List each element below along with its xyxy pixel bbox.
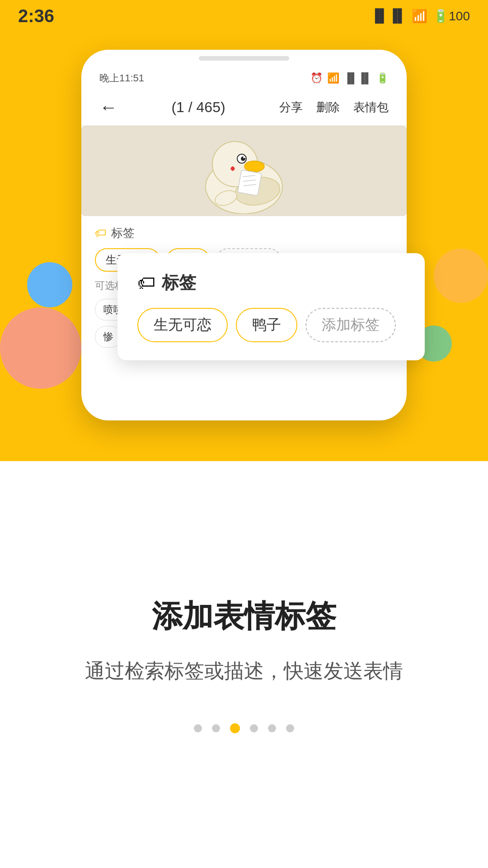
inner-wifi-icon: 📶	[327, 72, 339, 84]
delete-button[interactable]: 删除	[316, 99, 340, 115]
page-dot-4[interactable]	[250, 724, 258, 732]
header-actions: 分享 删除 表情包	[279, 99, 389, 115]
popup-card: 🏷 标签 生无可恋 鸭子 添加标签	[117, 253, 425, 360]
svg-point-5	[243, 156, 245, 158]
share-button[interactable]: 分享	[279, 99, 303, 115]
phone-mockup-wrapper: 晚上11:51 ⏰ 📶 ▐▌▐▌ 🔋 ← (1 / 465) 分享 删除 表情包	[81, 50, 407, 420]
page-dot-2[interactable]	[212, 724, 220, 732]
popup-tag-2[interactable]: 鸭子	[236, 308, 297, 342]
page-dot-5[interactable]	[268, 724, 276, 732]
page-dot-1[interactable]	[194, 724, 202, 732]
inner-signal-icon: ▐▌▐▌	[344, 72, 372, 84]
wifi-icon: 📶	[412, 9, 427, 24]
tags-label: 标签	[111, 225, 135, 241]
pack-button[interactable]: 表情包	[353, 99, 389, 115]
image-preview	[81, 126, 407, 216]
feature-desc: 通过检索标签或描述，快速发送表情	[85, 655, 403, 687]
page-dot-3-active[interactable]	[230, 723, 240, 733]
tag-icon: 🏷	[95, 226, 107, 240]
svg-rect-7	[238, 170, 262, 196]
page-dots	[194, 723, 294, 733]
bottom-section: 添加表情标签 通过检索标签或描述，快速发送表情	[0, 461, 488, 868]
popup-tag-icon: 🏷	[137, 273, 155, 293]
inner-battery-icon: 🔋	[376, 72, 389, 84]
popup-tag-1[interactable]: 生无可恋	[137, 308, 228, 342]
status-bar: 2:36 ▐▌▐▌ 📶 🔋100	[0, 0, 488, 32]
header-title: (1 / 465)	[171, 99, 225, 116]
phone-mockup: 晚上11:51 ⏰ 📶 ▐▌▐▌ 🔋 ← (1 / 465) 分享 删除 表情包	[81, 50, 407, 420]
tags-header: 🏷 标签	[95, 225, 393, 241]
battery-icon: 🔋100	[433, 9, 470, 24]
phone-notch	[199, 56, 289, 61]
bg-circle-pink	[0, 307, 81, 389]
popup-tags-row: 生无可恋 鸭子 添加标签	[137, 308, 405, 342]
page-dot-6[interactable]	[286, 724, 294, 732]
feature-title: 添加表情标签	[152, 596, 336, 637]
status-icons: ▐▌▐▌ 📶 🔋100	[371, 9, 470, 24]
signal-icon: ▐▌▐▌	[371, 9, 406, 23]
inner-status-right: ⏰ 📶 ▐▌▐▌ 🔋	[310, 72, 389, 84]
svg-point-6	[244, 161, 264, 172]
back-button[interactable]: ←	[99, 97, 117, 118]
popup-add-tag-button[interactable]: 添加标签	[305, 308, 396, 342]
alarm-icon: ⏰	[310, 72, 323, 84]
app-header: ← (1 / 465) 分享 删除 表情包	[81, 90, 407, 126]
inner-time: 晚上11:51	[99, 71, 144, 85]
duck-image	[81, 126, 407, 216]
popup-tags-header: 🏷 标签	[137, 271, 405, 294]
bg-circle-blue	[27, 262, 72, 307]
inner-status-bar: 晚上11:51 ⏰ 📶 ▐▌▐▌ 🔋	[81, 67, 407, 90]
popup-tags-title: 标签	[162, 271, 196, 294]
bg-circle-orange	[434, 249, 488, 303]
status-time: 2:36	[18, 6, 54, 26]
